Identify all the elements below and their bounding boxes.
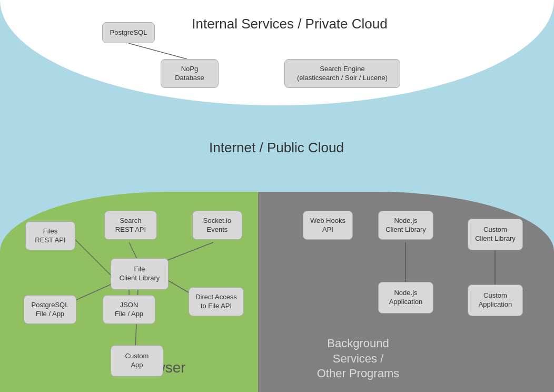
custom-app-box: CustomApp xyxy=(111,345,163,377)
custom-client-library-box: CustomClient Library xyxy=(468,219,523,250)
direct-access-box: Direct Accessto File API xyxy=(189,287,244,316)
nopg-database-box: NoPgDatabase xyxy=(161,59,219,88)
file-client-library-box: FileClient Library xyxy=(111,258,169,290)
search-rest-api-box: SearchREST API xyxy=(104,211,157,240)
custom-application-box: CustomApplication xyxy=(468,285,523,316)
webhooks-api-box: Web HooksAPI xyxy=(303,211,353,240)
socketio-events-box: Socket.ioEvents xyxy=(192,211,242,240)
postgresql-file-app-box: PostgreSQLFile / App xyxy=(24,295,76,324)
json-file-app-box: JSONFile / App xyxy=(103,295,155,324)
postgresql-box: PostgreSQL xyxy=(102,22,155,43)
nodejs-application-box: Node.jsApplication xyxy=(378,282,433,313)
nodejs-client-library-box: Node.jsClient Library xyxy=(378,211,433,240)
search-engine-box: Search Engine(elasticsearch / Solr / Luc… xyxy=(284,59,400,88)
files-rest-api-box: FilesREST API xyxy=(25,221,75,250)
